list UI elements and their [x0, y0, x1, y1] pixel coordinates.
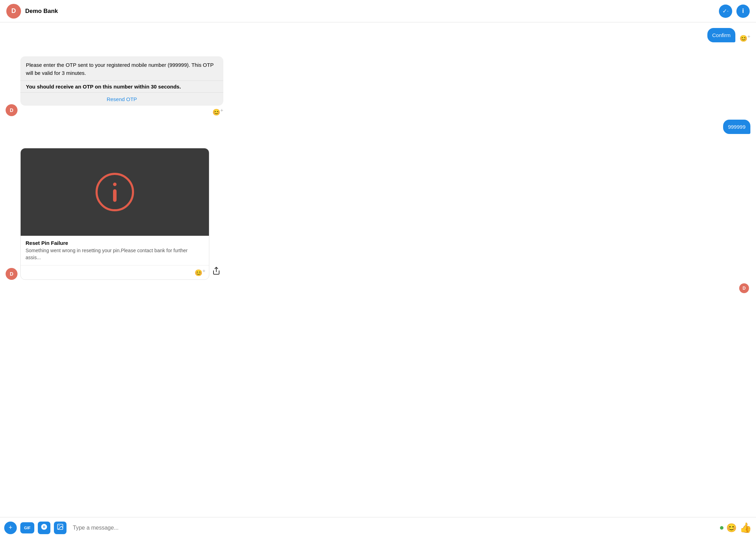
plus-button[interactable]: + — [4, 522, 17, 534]
emoji-add-icon[interactable]: 😊+ — [740, 33, 750, 42]
user-avatar-bottom: D — [739, 283, 749, 293]
card-emoji-add-icon[interactable]: 😊+ — [195, 268, 205, 277]
input-bar: + GIF 😊 👍 — [0, 517, 756, 538]
svg-rect-2 — [113, 189, 117, 202]
resend-otp-button[interactable]: Resend OTP — [20, 92, 223, 106]
otp-text: Please enter the OTP sent to your regist… — [20, 56, 223, 80]
gif-label: GIF — [24, 526, 30, 530]
checkmark-icon: ✓· — [722, 8, 728, 14]
sticker-button[interactable] — [38, 522, 50, 534]
svg-point-1 — [113, 183, 117, 186]
bot-avatar-card: D — [6, 268, 18, 280]
card-info-svg-icon — [94, 171, 136, 213]
like-button[interactable]: 👍 — [740, 522, 752, 533]
card-desc: Something went wrong in resetting your p… — [26, 247, 204, 261]
checkmark-button[interactable]: ✓· — [719, 5, 732, 18]
bot-avatar: D — [6, 104, 18, 116]
online-indicator — [720, 526, 723, 530]
confirm-bubble: Confirm — [707, 28, 736, 42]
card-title: Reset Pin Failure — [26, 240, 204, 246]
plus-icon: + — [9, 524, 13, 531]
message-input[interactable] — [70, 525, 716, 531]
sticker-icon — [41, 523, 48, 532]
otp-value-bubble: 999999 — [723, 120, 750, 134]
card-text-area: Reset Pin Failure Something went wrong i… — [21, 236, 209, 265]
otp-value-text: 999999 — [728, 124, 746, 130]
card-message-row: D Reset Pin Failure Something went wrong… — [6, 148, 750, 280]
otp-bold-text: You should receive an OTP on this number… — [20, 80, 223, 92]
info-button[interactable]: i — [736, 5, 750, 18]
image-button[interactable] — [54, 522, 66, 534]
otp-block: Please enter the OTP sent to your regist… — [20, 56, 223, 106]
image-icon — [57, 523, 64, 532]
confirm-message-row: Confirm 😊+ — [6, 28, 750, 42]
right-avatar-row: D — [6, 283, 750, 295]
svg-point-5 — [59, 525, 60, 526]
info-icon: i — [742, 7, 744, 15]
header-actions: ✓· i — [719, 5, 750, 18]
otp-message-row: D Please enter the OTP sent to your regi… — [6, 56, 750, 116]
header-title: Demo Bank — [25, 8, 719, 15]
otp-emoji-add-icon[interactable]: 😊+ — [212, 107, 223, 116]
header-avatar: D — [6, 4, 21, 19]
input-bar-right: 😊 👍 — [720, 522, 752, 533]
card-image — [21, 148, 209, 236]
otp-value-row: 999999 — [6, 120, 750, 134]
share-button[interactable] — [212, 267, 220, 277]
chat-header: D Demo Bank ✓· i — [0, 0, 756, 22]
confirm-text: Confirm — [712, 32, 731, 38]
emoji-button[interactable]: 😊 — [726, 523, 737, 533]
gif-button[interactable]: GIF — [20, 522, 34, 533]
chat-area: Confirm 😊+ D Please enter the OTP sent t… — [0, 22, 756, 517]
failure-card: Reset Pin Failure Something went wrong i… — [20, 148, 209, 280]
